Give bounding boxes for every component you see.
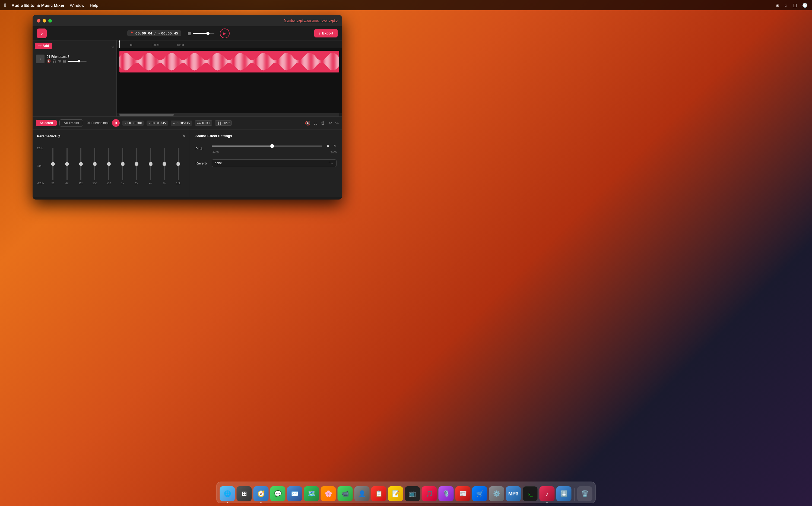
eq-slider-track-31[interactable] bbox=[53, 148, 54, 180]
eq-slider-track-8k[interactable] bbox=[164, 148, 165, 180]
eq-knob-4k[interactable] bbox=[149, 162, 153, 166]
screen-icon[interactable]: ⊞ bbox=[776, 3, 779, 8]
delete-bottom-icon[interactable]: 🗑 bbox=[321, 120, 325, 125]
eq-slider-track-250[interactable] bbox=[94, 148, 95, 180]
export-button[interactable]: ↑ Export bbox=[314, 29, 338, 37]
svg-rect-51 bbox=[176, 55, 176, 68]
menubar-window[interactable]: Window bbox=[70, 3, 84, 8]
duration-field[interactable]: ↔ 00:05:45 bbox=[171, 120, 192, 126]
svg-rect-30 bbox=[153, 55, 153, 68]
reverb-chevron: ⌃⌄ bbox=[328, 161, 334, 165]
speed-select-1[interactable]: ▶▶ 0.0s ▾ bbox=[195, 120, 212, 126]
timeline-scrollbar[interactable] bbox=[119, 113, 339, 116]
dock-downloads[interactable]: ⬇️ bbox=[556, 486, 571, 501]
dock-settings[interactable]: ⚙️ bbox=[489, 486, 504, 501]
svg-rect-150 bbox=[284, 54, 285, 70]
svg-rect-143 bbox=[277, 60, 277, 63]
control-icon[interactable]: ◫ bbox=[793, 3, 797, 8]
add-track-button[interactable]: + + Add bbox=[35, 43, 52, 49]
eq-knob-62[interactable] bbox=[65, 162, 69, 166]
dock-finder[interactable]: 🌐 bbox=[220, 486, 235, 501]
dock-appstore[interactable]: 🛒 bbox=[472, 486, 487, 501]
eq-knob-16k[interactable] bbox=[176, 162, 180, 166]
dock-mp3converter[interactable]: MP3 bbox=[506, 486, 521, 501]
eq-knob-31[interactable] bbox=[51, 162, 55, 166]
delete-track-icon[interactable]: 🗑 bbox=[58, 59, 61, 63]
eq-knob-250[interactable] bbox=[93, 162, 97, 166]
split-icon[interactable]: ⚏ bbox=[314, 120, 318, 126]
dock-separator bbox=[574, 488, 574, 501]
eq-knob-125[interactable] bbox=[79, 162, 83, 166]
dock-appletv[interactable]: 📺 bbox=[405, 486, 420, 501]
dock-facetime[interactable]: 📹 bbox=[338, 486, 353, 501]
selected-button[interactable]: Selected bbox=[36, 120, 57, 126]
eq-slider-track-125[interactable] bbox=[80, 148, 81, 180]
all-tracks-button[interactable]: All Tracks bbox=[60, 119, 83, 126]
dock-podcasts[interactable]: 🎙️ bbox=[439, 486, 454, 501]
eq-knob-500[interactable] bbox=[107, 162, 111, 166]
dock-reminders[interactable]: 📋 bbox=[371, 486, 386, 501]
pitch-slider[interactable] bbox=[212, 146, 322, 147]
svg-rect-174 bbox=[311, 53, 311, 70]
undo-icon[interactable]: ↩ bbox=[329, 120, 332, 126]
dock-messages[interactable]: 💬 bbox=[270, 486, 285, 501]
menubar-app-name: Audio Editor & Music Mixer bbox=[12, 3, 65, 8]
eq-knob-8k[interactable] bbox=[163, 162, 166, 166]
dock-notes[interactable]: 📝 bbox=[388, 486, 403, 501]
mute-bottom-icon[interactable]: 🔇 bbox=[305, 120, 310, 126]
eq-slider-track-500[interactable] bbox=[108, 148, 109, 180]
dock-photos[interactable]: 🌸 bbox=[321, 486, 336, 501]
eq-freq-62: 62 bbox=[65, 182, 68, 185]
svg-rect-138 bbox=[271, 59, 272, 65]
svg-rect-85 bbox=[213, 55, 213, 68]
eq-slider-track-2k[interactable] bbox=[136, 148, 137, 180]
dock-news[interactable]: 📰 bbox=[455, 486, 471, 501]
svg-rect-72 bbox=[199, 55, 199, 68]
dock-trash[interactable]: 🗑️ bbox=[577, 486, 593, 501]
dock-maps[interactable]: 🗺️ bbox=[304, 486, 319, 501]
eq-reset-icon[interactable]: ↻ bbox=[182, 134, 185, 138]
dock-launchpad[interactable]: ⊞ bbox=[237, 486, 252, 501]
track-volume-slider[interactable] bbox=[68, 61, 87, 62]
eq-icon[interactable]: ▦ bbox=[63, 59, 66, 63]
dock-music[interactable]: 🎵 bbox=[422, 486, 437, 501]
maximize-button[interactable] bbox=[48, 19, 52, 22]
eq-slider-track-1k[interactable] bbox=[122, 148, 123, 180]
start-time-field[interactable]: ↪ 00:00:00 bbox=[122, 120, 144, 126]
svg-rect-112 bbox=[243, 54, 244, 70]
playhead[interactable] bbox=[119, 40, 120, 48]
pause-button[interactable]: ⏸ bbox=[112, 119, 120, 127]
dock-contacts[interactable]: 👤 bbox=[354, 486, 370, 501]
pitch-knob[interactable] bbox=[270, 144, 274, 148]
dock-audioeditor[interactable]: ♪ bbox=[540, 486, 555, 501]
scrollbar-thumb[interactable] bbox=[119, 114, 174, 116]
mute-icon[interactable]: 🔇 bbox=[47, 59, 51, 63]
menubar-help[interactable]: Help bbox=[90, 3, 98, 8]
dock-safari[interactable]: 🧭 bbox=[254, 486, 269, 501]
pitch-reset-icon[interactable]: ↻ bbox=[333, 144, 337, 148]
eq-slider-track-16k[interactable] bbox=[178, 148, 179, 180]
play-button[interactable]: ▶ bbox=[220, 28, 230, 38]
close-button[interactable] bbox=[37, 19, 40, 22]
search-icon[interactable]: ⌕ bbox=[785, 3, 787, 8]
apple-menu[interactable]:  bbox=[4, 2, 6, 8]
sort-icon[interactable]: ⇅ bbox=[111, 45, 114, 49]
eq-knob-1k[interactable] bbox=[121, 162, 124, 166]
headphone-icon[interactable]: 🎧 bbox=[53, 59, 57, 63]
volume-slider[interactable] bbox=[193, 33, 214, 34]
eq-slider-track-4k[interactable] bbox=[150, 148, 151, 180]
svg-rect-70 bbox=[196, 54, 197, 70]
svg-rect-54 bbox=[179, 58, 180, 65]
waveform-area[interactable] bbox=[117, 48, 342, 113]
dock-terminal[interactable]: $_ bbox=[523, 486, 538, 501]
eq-knob-2k[interactable] bbox=[134, 162, 139, 166]
eq-slider-track-62[interactable] bbox=[67, 148, 68, 180]
redo-icon[interactable]: ↪ bbox=[335, 120, 339, 126]
member-expiry-label[interactable]: Member expiration time: never expire bbox=[284, 19, 338, 22]
reverb-select[interactable]: none ⌃⌄ bbox=[212, 159, 337, 167]
speed-select-2[interactable]: ▐▐ 0.0s ▾ bbox=[215, 120, 232, 126]
eq-freq-31: 31 bbox=[52, 182, 55, 185]
dock-mail[interactable]: ✉️ bbox=[287, 486, 302, 501]
minimize-button[interactable] bbox=[42, 19, 46, 22]
end-time-field[interactable]: ↩ 00:05:45 bbox=[147, 120, 168, 126]
